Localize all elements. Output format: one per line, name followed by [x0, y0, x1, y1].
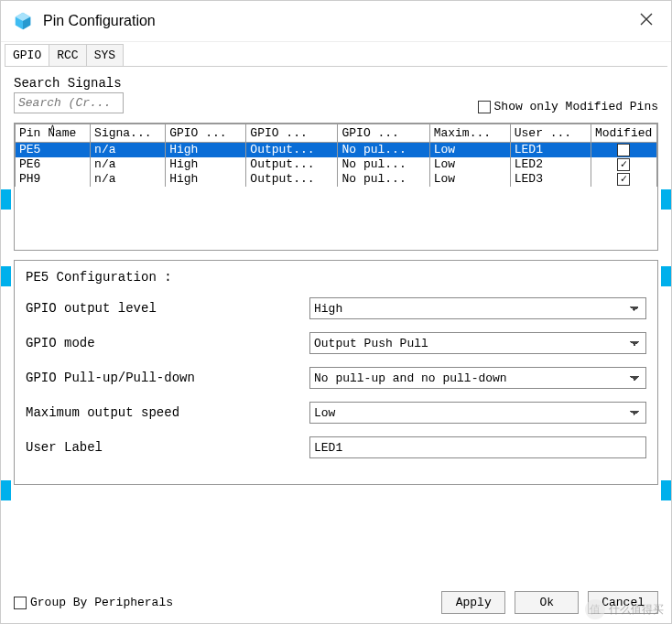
table-cell: PE6 — [16, 157, 91, 172]
decoration — [661, 266, 672, 286]
show-only-label: Show only Modified Pins — [494, 100, 658, 113]
decoration — [0, 480, 11, 500]
table-cell: PE5 — [16, 143, 91, 158]
modified-cell[interactable] — [591, 143, 656, 158]
group-by-label: Group By Peripherals — [30, 596, 173, 609]
table-cell: n/a — [91, 157, 166, 172]
table-cell: Low — [429, 172, 510, 187]
checkbox-icon — [14, 597, 27, 609]
config-row: GPIO output levelHigh — [26, 297, 646, 319]
col-gpio-1[interactable]: GPIO ... — [166, 124, 246, 143]
table-cell: LED3 — [510, 172, 591, 187]
config-label: GPIO Pull-up/Pull-down — [26, 371, 309, 385]
titlebar: Pin Configuration — [1, 1, 671, 42]
table-cell: Output... — [246, 172, 338, 187]
table-cell: Low — [429, 143, 510, 158]
table-cell: n/a — [91, 172, 166, 187]
table-cell: No pul... — [338, 172, 429, 187]
table-cell: No pul... — [338, 157, 429, 172]
table-cell: Output... — [246, 157, 338, 172]
checkbox-icon — [617, 144, 630, 156]
table-cell: n/a — [91, 143, 166, 158]
table-cell: PH9 — [16, 172, 91, 187]
window-title: Pin Configuration — [43, 13, 633, 29]
table-row[interactable]: PE6n/aHighOutput...No pul...LowLED2 — [16, 157, 657, 172]
table-cell: No pul... — [338, 143, 429, 158]
checkbox-icon — [617, 158, 630, 171]
col-pin-name[interactable]: ∧Pin Name — [16, 124, 91, 143]
decoration — [0, 266, 11, 286]
table-cell: LED1 — [510, 143, 591, 158]
modified-cell[interactable] — [591, 157, 656, 172]
config-title: PE5 Configuration : — [26, 270, 646, 285]
search-input[interactable] — [14, 92, 124, 113]
col-signal[interactable]: Signa... — [91, 124, 166, 143]
col-modified[interactable]: Modified — [591, 124, 656, 143]
table-cell: High — [166, 172, 246, 187]
table-cell: Low — [429, 157, 510, 172]
show-only-modified-checkbox[interactable]: Show only Modified Pins — [478, 100, 658, 113]
table-cell: Output... — [246, 143, 338, 158]
table-cell: High — [166, 157, 246, 172]
search-label: Search Signals — [14, 76, 124, 91]
config-select[interactable]: No pull-up and no pull-down — [309, 367, 646, 389]
cancel-button[interactable]: Cancel — [588, 591, 658, 614]
config-label: GPIO output level — [26, 301, 309, 316]
config-select[interactable]: Low — [309, 402, 646, 424]
col-maximum[interactable]: Maxim... — [429, 124, 510, 143]
checkbox-icon — [617, 173, 630, 186]
config-select[interactable]: Output Push Pull — [309, 332, 646, 354]
tabs: GPIO RCC SYS — [5, 44, 667, 67]
checkbox-icon — [478, 101, 491, 113]
group-by-peripherals-checkbox[interactable]: Group By Peripherals — [14, 596, 173, 609]
decoration — [0, 189, 11, 210]
config-row: User Label — [26, 436, 646, 458]
sort-icon: ∧ — [50, 124, 55, 134]
col-gpio-2[interactable]: GPIO ... — [246, 124, 338, 143]
config-select[interactable]: High — [309, 297, 646, 319]
ok-button[interactable]: Ok — [515, 591, 579, 614]
tab-sys[interactable]: SYS — [86, 44, 124, 66]
tab-rcc[interactable]: RCC — [49, 44, 86, 66]
config-row: GPIO Pull-up/Pull-downNo pull-up and no … — [26, 367, 646, 389]
table-cell: High — [166, 143, 246, 158]
pin-config-panel: PE5 Configuration : GPIO output levelHig… — [14, 260, 658, 485]
config-text-input[interactable] — [309, 436, 646, 458]
table-header-row: ∧Pin Name Signa... GPIO ... GPIO ... GPI… — [16, 124, 657, 143]
apply-button[interactable]: Apply — [441, 591, 505, 614]
config-label: Maximum output speed — [26, 405, 309, 420]
modified-cell[interactable] — [591, 172, 656, 187]
table-cell: LED2 — [510, 157, 591, 172]
close-icon — [640, 13, 653, 26]
col-gpio-3[interactable]: GPIO ... — [338, 124, 429, 143]
config-row: Maximum output speedLow — [26, 402, 646, 424]
config-label: User Label — [26, 440, 309, 455]
decoration — [661, 189, 672, 210]
close-button[interactable] — [633, 8, 660, 34]
table-row[interactable]: PH9n/aHighOutput...No pul...LowLED3 — [16, 172, 657, 187]
config-row: GPIO modeOutput Push Pull — [26, 332, 646, 354]
col-user[interactable]: User ... — [510, 124, 591, 143]
tab-gpio[interactable]: GPIO — [5, 44, 49, 66]
pin-table[interactable]: ∧Pin Name Signa... GPIO ... GPIO ... GPI… — [14, 123, 658, 251]
decoration — [661, 480, 672, 500]
table-row[interactable]: PE5n/aHighOutput...No pul...LowLED1 — [16, 143, 657, 158]
cube-icon — [12, 10, 34, 32]
config-label: GPIO mode — [26, 336, 309, 350]
